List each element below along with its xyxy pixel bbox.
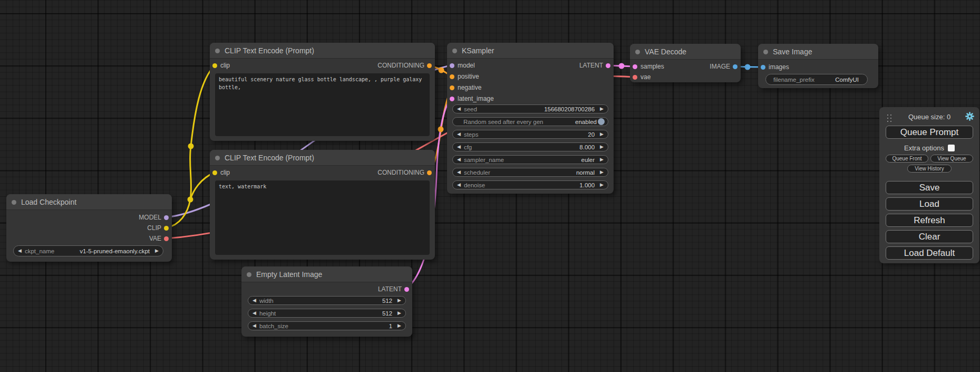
widget-label: cfg (464, 144, 472, 150)
increment-arrow-icon[interactable]: ▶ (600, 142, 604, 151)
collapse-dot-icon[interactable] (215, 156, 220, 160)
toggle-enabled-icon[interactable] (598, 118, 605, 125)
increment-arrow-icon[interactable]: ▶ (600, 104, 604, 113)
node-vae-decode[interactable]: VAE Decode samples vae IMAGE (630, 44, 741, 82)
denoise-widget[interactable]: ◀ denoise 1.000 ▶ (452, 180, 608, 189)
load-button[interactable]: Load (886, 197, 973, 211)
extra-options-checkbox[interactable] (948, 145, 955, 151)
positive-input-slot[interactable] (450, 74, 454, 79)
batch-size-widget[interactable]: ◀ batch_size 1 ▶ (248, 321, 406, 330)
collapse-dot-icon[interactable] (452, 49, 457, 53)
prompt-textarea[interactable]: beautiful scenery nature glass bottle la… (215, 73, 430, 136)
increment-arrow-icon[interactable]: ▶ (397, 296, 401, 305)
steps-widget[interactable]: ◀ steps 20 ▶ (452, 130, 608, 139)
model-input-slot[interactable] (450, 63, 454, 68)
seed-widget[interactable]: ◀ seed 156680208700286 ▶ (452, 104, 608, 113)
latent-output-slot[interactable] (404, 287, 409, 292)
collapse-dot-icon[interactable] (12, 200, 16, 205)
node-save-image[interactable]: Save Image images filename_prefix ComfyU… (758, 44, 878, 88)
settings-gear-icon[interactable] (965, 112, 974, 121)
widget-label: denoise (464, 182, 485, 188)
input-label-images: images (769, 63, 789, 71)
increment-arrow-icon[interactable]: ▶ (600, 155, 604, 164)
node-title: Empty Latent Image (256, 270, 322, 279)
view-history-button[interactable]: View History (907, 165, 952, 173)
clear-button[interactable]: Clear (886, 230, 973, 243)
width-widget[interactable]: ◀ width 512 ▶ (248, 296, 406, 305)
latent-image-input-slot[interactable] (450, 97, 454, 101)
node-title: CLIP Text Encode (Prompt) (225, 154, 314, 162)
increment-arrow-icon[interactable]: ▶ (600, 130, 604, 139)
ckpt-name-widget[interactable]: ◀ ckpt_name v1-5-pruned-emaonly.ckpt ▶ (13, 245, 163, 256)
node-empty-latent-image[interactable]: Empty Latent Image LATENT ◀ width 512 ▶ … (241, 266, 412, 337)
collapse-dot-icon[interactable] (635, 50, 640, 54)
node-clip-text-encode-negative[interactable]: CLIP Text Encode (Prompt) clip CONDITION… (210, 150, 435, 260)
samples-input-slot[interactable] (633, 64, 637, 69)
model-output-slot[interactable] (164, 215, 169, 220)
cfg-widget[interactable]: ◀ cfg 8.000 ▶ (452, 142, 608, 151)
height-widget[interactable]: ◀ height 512 ▶ (248, 309, 406, 318)
vae-input-slot[interactable] (633, 75, 637, 80)
clip-input-slot[interactable] (212, 63, 217, 68)
increment-arrow-icon[interactable]: ▶ (397, 321, 401, 330)
decrement-arrow-icon[interactable]: ◀ (18, 246, 22, 255)
collapse-dot-icon[interactable] (247, 272, 251, 277)
queue-front-button[interactable]: Queue Front (886, 155, 928, 163)
decrement-arrow-icon[interactable]: ◀ (253, 309, 256, 318)
increment-arrow-icon[interactable]: ▶ (155, 246, 159, 255)
node-titlebar[interactable]: Save Image (758, 44, 878, 60)
widget-label: seed (464, 106, 477, 112)
conditioning-output-slot[interactable] (427, 170, 432, 175)
decrement-arrow-icon[interactable]: ◀ (457, 168, 461, 177)
input-label-latent-image: latent_image (458, 95, 494, 102)
images-input-slot[interactable] (761, 65, 765, 70)
decrement-arrow-icon[interactable]: ◀ (457, 130, 461, 139)
random-seed-toggle-widget[interactable]: Random seed after every gen enabled (452, 117, 608, 126)
widget-value: euler (581, 157, 595, 163)
latent-output-slot[interactable] (606, 63, 610, 68)
widget-label: batch_size (259, 323, 288, 329)
input-label-clip: clip (220, 169, 230, 176)
node-titlebar[interactable]: Empty Latent Image (241, 266, 412, 282)
clip-output-slot[interactable] (164, 226, 169, 231)
node-titlebar[interactable]: CLIP Text Encode (Prompt) (210, 150, 435, 166)
wire-dot-clip-1 (188, 197, 193, 203)
refresh-button[interactable]: Refresh (886, 214, 973, 227)
node-clip-text-encode-positive[interactable]: CLIP Text Encode (Prompt) clip CONDITION… (210, 43, 435, 141)
clip-input-slot[interactable] (212, 170, 217, 175)
decrement-arrow-icon[interactable]: ◀ (253, 321, 256, 330)
node-titlebar[interactable]: KSampler (447, 43, 614, 59)
input-label-clip: clip (220, 62, 230, 69)
output-label-latent: LATENT (378, 285, 402, 293)
output-label-vae: VAE (149, 235, 161, 242)
increment-arrow-icon[interactable]: ▶ (397, 309, 401, 318)
widget-label: height (259, 310, 276, 317)
image-output-slot[interactable] (733, 64, 738, 69)
save-button[interactable]: Save (886, 181, 973, 194)
increment-arrow-icon[interactable]: ▶ (600, 168, 604, 177)
vae-output-slot[interactable] (164, 236, 169, 241)
node-ksampler[interactable]: KSampler model positive negative latent_… (447, 43, 614, 194)
prompt-textarea[interactable]: text, watermark (215, 180, 430, 255)
decrement-arrow-icon[interactable]: ◀ (457, 180, 461, 189)
conditioning-output-slot[interactable] (427, 63, 432, 68)
filename-prefix-widget[interactable]: filename_prefix ComfyUI (765, 74, 868, 85)
node-titlebar[interactable]: VAE Decode (630, 44, 741, 60)
node-load-checkpoint[interactable]: Load Checkpoint MODEL CLIP VAE ◀ ckpt_na… (6, 194, 172, 262)
decrement-arrow-icon[interactable]: ◀ (457, 104, 461, 113)
sampler-name-widget[interactable]: ◀ sampler_name euler ▶ (452, 155, 608, 164)
node-titlebar[interactable]: Load Checkpoint (6, 194, 172, 210)
collapse-dot-icon[interactable] (215, 49, 220, 53)
increment-arrow-icon[interactable]: ▶ (600, 180, 604, 189)
collapse-dot-icon[interactable] (763, 50, 768, 54)
decrement-arrow-icon[interactable]: ◀ (457, 155, 461, 164)
wire-dot-conditioning-positive (439, 68, 444, 73)
queue-prompt-button[interactable]: Queue Prompt (886, 126, 973, 139)
scheduler-widget[interactable]: ◀ scheduler normal ▶ (452, 168, 608, 177)
decrement-arrow-icon[interactable]: ◀ (457, 142, 461, 151)
negative-input-slot[interactable] (450, 85, 454, 90)
decrement-arrow-icon[interactable]: ◀ (253, 296, 256, 305)
view-queue-button[interactable]: View Queue (930, 155, 973, 163)
load-default-button[interactable]: Load Default (886, 246, 973, 260)
node-titlebar[interactable]: CLIP Text Encode (Prompt) (210, 43, 435, 59)
